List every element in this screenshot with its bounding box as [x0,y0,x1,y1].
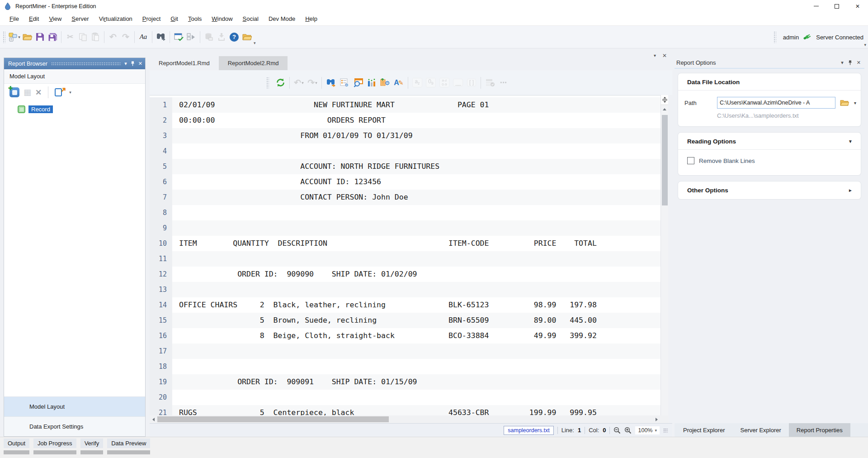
editor-line[interactable]: 10ITEM QUANTITY DESCRIPTION ITEM-CODE PR… [150,236,660,251]
text-pattern-button[interactable]: az [410,76,424,90]
editor-line[interactable]: 18 [150,359,660,374]
path-dropdown-icon[interactable]: ▾ [854,100,856,105]
editor-line[interactable]: 21RUGS 5 Centerpiece, black 45633-CBR 19… [150,405,660,415]
verify-button[interactable] [172,30,185,44]
grid-button[interactable]: ▦ [24,88,31,96]
scroll-up-arrow[interactable] [661,105,668,113]
editor-line[interactable]: 11 [150,251,660,267]
editor-line[interactable]: 200:00:00 ORDERS REPORT [150,113,660,128]
editor-line[interactable]: 4 [150,143,660,159]
more-options-button[interactable]: ••• [497,76,510,90]
job-schedule-button[interactable] [185,30,198,44]
find-button[interactable] [155,30,167,44]
copy-button[interactable] [76,30,89,44]
bottom-tab-data-preview[interactable]: Data Preview [107,439,150,454]
editor-line[interactable]: 9 [150,220,660,236]
toolbar-grip[interactable] [3,31,5,43]
editor-line[interactable]: 7 CONTACT PERSON: John Doe [150,190,660,205]
toolbar-overflow-icon[interactable]: ▾ [864,43,866,47]
document-close-icon[interactable]: ✕ [662,52,667,59]
font-button[interactable]: Aa [137,30,150,44]
menu-help[interactable]: Help [300,12,322,26]
cut-button[interactable]: ✂ [64,30,76,44]
report-text-editor[interactable]: 102/01/09 NEW FURTINURE MART PAGE 01200:… [150,95,660,415]
editor-line[interactable]: 20 [150,390,660,405]
save-all-button[interactable] [46,30,59,44]
browse-folder-button[interactable] [838,97,851,108]
format-field-button[interactable]: A ✎ [392,76,406,90]
zoom-out-button[interactable] [613,427,621,434]
horizontal-scrollbar[interactable] [150,415,660,423]
open-button[interactable] [21,30,33,44]
export-dropdown-icon[interactable]: ▾ [69,90,71,95]
bottom-tab-verify[interactable]: Verify [80,439,104,454]
editor-line[interactable]: 17 [150,344,660,359]
delete-button[interactable]: ✕ [35,89,42,96]
toolbar-grip[interactable] [266,77,269,89]
menu-file[interactable]: File [5,12,24,26]
zoom-level-select[interactable]: 100% ▾ [635,426,660,434]
save-button[interactable] [33,30,46,44]
editor-line[interactable]: 13 [150,282,660,297]
tree-item-record[interactable]: Record [18,105,145,113]
editor-line[interactable]: 15 5 Brown, Suede, reclining BRN-65509 8… [150,313,660,328]
editor-line[interactable]: 12 ORDER ID: 909090 SHIP DATE: 01/02/09 [150,267,660,282]
tab-server-explorer[interactable]: Server Explorer [732,423,788,437]
pin-icon[interactable] [131,61,135,66]
new-report-button[interactable]: ▾ [8,30,21,44]
menu-git[interactable]: Git [165,12,183,26]
editor-line[interactable]: 6 ACCOUNT ID: 123456 [150,174,660,190]
menu-view[interactable]: View [44,12,66,26]
editor-line[interactable]: 19 ORDER ID: 909091 SHIP DATE: 01/15/09 [150,374,660,390]
number-pattern-button[interactable]: 09 [424,76,438,90]
menu-tools[interactable]: Tools [183,12,207,26]
editor-line[interactable]: 14OFFICE CHAIRS 2 Black, leather, reclin… [150,297,660,313]
open-report-button[interactable] [241,30,253,44]
editor-line[interactable]: 8 [150,205,660,220]
editor-line[interactable]: 16 8 Beige, Cloth, straight-back BCO-338… [150,328,660,344]
panel-menu-icon[interactable]: ▾ [841,60,844,66]
menu-server[interactable]: Server [66,12,94,26]
toolbar-overflow-icon[interactable]: ▾ [254,41,256,45]
remove-blank-lines-checkbox[interactable] [687,157,694,164]
bracket-pattern-button[interactable]: [ ] [465,76,478,90]
bottom-tab-output[interactable]: Output [4,439,29,454]
split-editor-handle[interactable] [661,95,668,105]
panel-close-icon[interactable]: ✕ [138,61,142,67]
doc-undo-button[interactable]: ↶▾ [292,76,306,90]
deploy-button[interactable] [215,30,228,44]
doc-find-button[interactable] [324,76,338,90]
auto-parse-button[interactable]: ⚙✚ [378,76,392,90]
vertical-scroll-thumb[interactable] [662,115,668,205]
minimize-button[interactable] [806,0,826,12]
vertical-scrollbar[interactable] [660,95,668,415]
remove-blank-lines-option[interactable]: Remove Blank Lines [678,150,861,175]
panel-close-icon[interactable]: ✕ [857,60,861,66]
menu-window[interactable]: Window [207,12,237,26]
panel-menu-icon[interactable]: ▾ [124,61,127,67]
zoom-in-button[interactable] [624,427,632,434]
tab-report-properties[interactable]: Report Properties [789,423,850,437]
toolbar-grip[interactable] [774,31,776,43]
path-input[interactable]: C:\Users\Kanwal.Azim\OneDrive - A [717,97,835,109]
paste-button[interactable] [89,30,102,44]
maximize-button[interactable] [826,0,847,12]
redo-button[interactable]: ↷ [119,30,132,44]
database-button[interactable] [203,30,215,44]
pin-icon[interactable] [848,60,852,65]
statusbar-grip[interactable] [663,428,668,433]
refresh-button[interactable] [274,76,287,90]
scroll-right-arrow[interactable] [653,415,660,423]
scroll-left-arrow[interactable] [150,415,157,423]
auto-create-fields-button[interactable]: ⚙ [338,76,351,90]
tab-reportmodel1-rmd[interactable]: ReportModel1.Rmd [150,56,219,70]
help-button[interactable]: ? [228,30,241,44]
browser-view-data-export-settings[interactable]: Data Export Settings [4,416,145,436]
editor-line[interactable]: 5 ACCOUNT: NORTH RIDGE FURNITURES [150,159,660,174]
export-button[interactable]: ➜ [55,87,65,97]
undo-button[interactable]: ↶ [107,30,119,44]
add-field-button[interactable]: ✚ [9,87,19,97]
editor-line[interactable]: 3 FROM 01/01/09 TO 01/31/09 [150,128,660,143]
alphanumeric-pattern-button[interactable]: a-z0-9 [438,76,451,90]
tab-project-explorer[interactable]: Project Explorer [675,423,732,437]
